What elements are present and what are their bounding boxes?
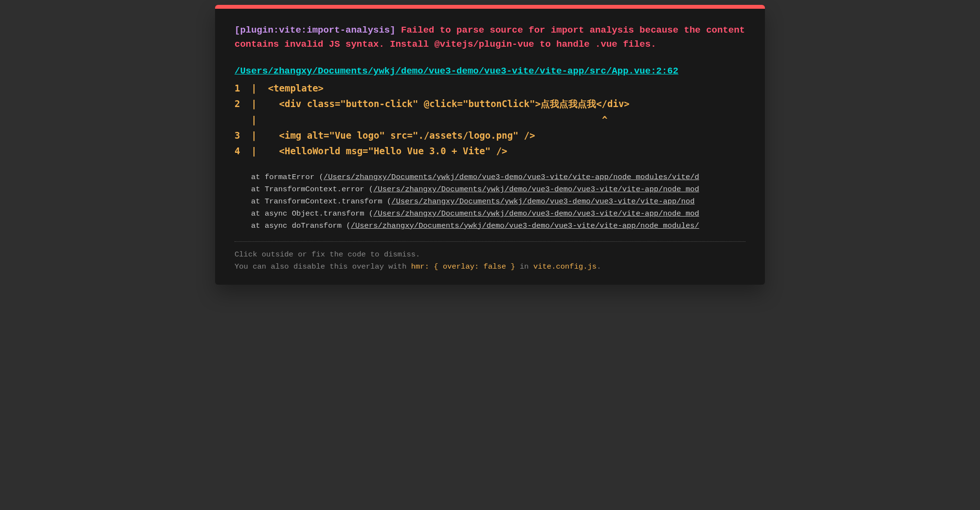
error-overlay: [plugin:vite:import-analysis] Failed to … [215,5,765,285]
tip-code: hmr: { overlay: false } [411,262,515,271]
tip-text: Click outside or fix the code to dismiss… [235,249,745,273]
stack-path-link[interactable]: /Users/zhangxy/Documents/ywkj/demo/vue3-… [373,185,699,194]
error-message: [plugin:vite:import-analysis] Failed to … [235,23,745,51]
stack-line: at TransformContext.error (/Users/zhangx… [251,183,745,196]
stack-line: at async doTransform (/Users/zhangxy/Doc… [251,220,745,232]
overlay-top-bar [215,5,765,9]
file-link[interactable]: /Users/zhangxy/Documents/ywkj/demo/vue3-… [235,66,678,76]
tip-config-file: vite.config.js [533,262,597,271]
tip-line-1: Click outside or fix the code to dismiss… [235,249,745,261]
stack-path-link[interactable]: /Users/zhangxy/Documents/ywkj/demo/vue3-… [391,197,694,206]
divider [235,241,745,242]
overlay-content: [plugin:vite:import-analysis] Failed to … [215,9,765,285]
stack-path-link[interactable]: /Users/zhangxy/Documents/ywkj/demo/vue3-… [324,173,699,182]
stack-line: at formatError (/Users/zhangxy/Documents… [251,171,745,183]
stack-path-link[interactable]: /Users/zhangxy/Documents/ywkj/demo/vue3-… [351,221,699,230]
code-frame: 1 | <template> 2 | <div class="button-cl… [235,80,745,159]
stack-path-link[interactable]: /Users/zhangxy/Documents/ywkj/demo/vue3-… [373,209,699,218]
tip-line-2: You can also disable this overlay with h… [235,261,745,273]
plugin-tag: [plugin:vite:import-analysis] [235,25,396,36]
stack-line: at TransformContext.transform (/Users/zh… [251,196,745,208]
stack-line: at async Object.transform (/Users/zhangx… [251,208,745,220]
stack-trace: at formatError (/Users/zhangxy/Documents… [235,171,745,232]
